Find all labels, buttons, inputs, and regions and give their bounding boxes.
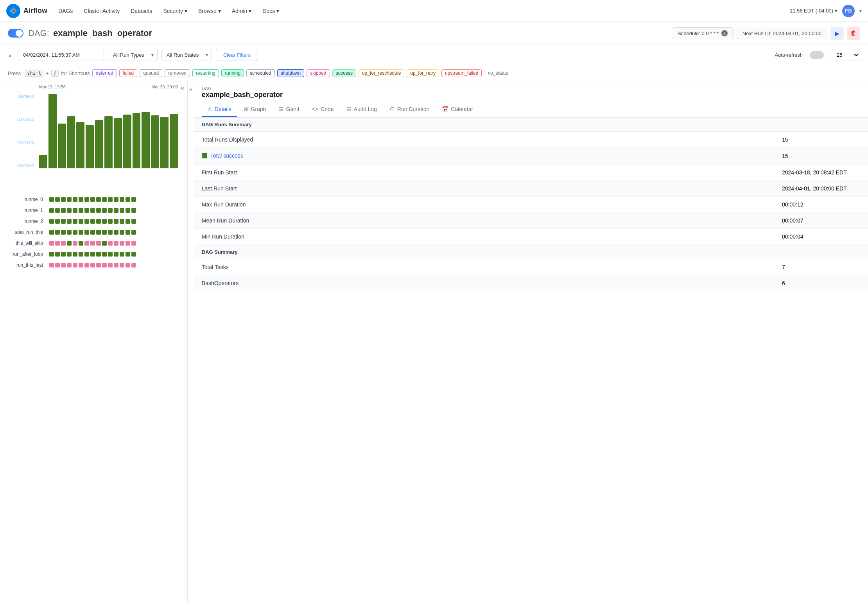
task-cell[interactable] bbox=[131, 208, 136, 213]
nav-security[interactable]: Security ▾ bbox=[158, 5, 192, 17]
task-cell[interactable] bbox=[96, 208, 101, 213]
task-cell[interactable] bbox=[126, 263, 130, 267]
logo[interactable]: Airflow bbox=[6, 4, 47, 18]
schedule-badge[interactable]: Schedule: 0 0 * * * i bbox=[672, 27, 733, 39]
task-cell[interactable] bbox=[73, 241, 77, 246]
nav-browse[interactable]: Browse ▾ bbox=[194, 5, 226, 17]
play-button[interactable]: ▶ bbox=[830, 27, 844, 40]
delete-button[interactable]: 🗑 bbox=[847, 27, 860, 40]
task-cell[interactable] bbox=[102, 219, 107, 224]
nav-dags[interactable]: DAGs bbox=[54, 5, 77, 17]
tab-code[interactable]: <> Code bbox=[307, 102, 339, 117]
task-cell[interactable] bbox=[120, 252, 124, 257]
chart-collapse-button[interactable]: « bbox=[181, 84, 184, 92]
task-cell[interactable] bbox=[67, 219, 72, 224]
task-cell[interactable] bbox=[108, 241, 113, 246]
tab-run-duration[interactable]: ⏱ Run Duration bbox=[384, 102, 435, 117]
autorefresh-toggle[interactable] bbox=[810, 51, 824, 59]
task-cell[interactable] bbox=[84, 219, 89, 224]
tag-up-for-reschedule[interactable]: up_for_reschedule bbox=[359, 69, 404, 77]
task-cell[interactable] bbox=[84, 230, 89, 235]
task-cell[interactable] bbox=[49, 241, 54, 246]
task-cell[interactable] bbox=[90, 263, 95, 267]
task-cell[interactable] bbox=[90, 197, 95, 202]
tag-removed[interactable]: removed bbox=[165, 69, 190, 77]
collapse-icon[interactable]: ▲ bbox=[8, 52, 13, 58]
task-cell[interactable] bbox=[126, 219, 130, 224]
tag-success[interactable]: success bbox=[332, 69, 356, 77]
task-cell[interactable] bbox=[96, 241, 101, 246]
task-cell[interactable] bbox=[79, 219, 83, 224]
task-cell[interactable] bbox=[79, 208, 83, 213]
tag-skipped[interactable]: skipped bbox=[307, 69, 330, 77]
tag-upstream-failed[interactable]: upstream_failed bbox=[441, 69, 482, 77]
task-cell[interactable] bbox=[73, 197, 77, 202]
task-cell[interactable] bbox=[79, 263, 83, 267]
task-cell[interactable] bbox=[96, 197, 101, 202]
tag-queued[interactable]: queued bbox=[140, 69, 162, 77]
nav-admin[interactable]: Admin ▾ bbox=[227, 5, 256, 17]
task-cell[interactable] bbox=[49, 230, 54, 235]
task-cell[interactable] bbox=[90, 252, 95, 257]
task-cell[interactable] bbox=[61, 219, 66, 224]
task-cell[interactable] bbox=[120, 241, 124, 246]
task-cell[interactable] bbox=[55, 197, 60, 202]
task-cell[interactable] bbox=[49, 219, 54, 224]
clear-filters-button[interactable]: Clear Filters bbox=[216, 49, 258, 61]
task-cell[interactable] bbox=[102, 197, 107, 202]
date-filter-input[interactable] bbox=[18, 49, 104, 61]
task-cell[interactable] bbox=[55, 252, 60, 257]
task-cell[interactable] bbox=[114, 241, 118, 246]
task-cell[interactable] bbox=[126, 197, 130, 202]
task-cell[interactable] bbox=[114, 208, 118, 213]
task-cell[interactable] bbox=[73, 252, 77, 257]
task-cell[interactable] bbox=[61, 263, 66, 267]
task-cell[interactable] bbox=[55, 208, 60, 213]
task-cell[interactable] bbox=[126, 208, 130, 213]
task-cell[interactable] bbox=[67, 230, 72, 235]
task-cell[interactable] bbox=[96, 230, 101, 235]
task-cell[interactable] bbox=[55, 219, 60, 224]
task-cell[interactable] bbox=[84, 208, 89, 213]
task-cell[interactable] bbox=[108, 208, 113, 213]
task-cell[interactable] bbox=[90, 219, 95, 224]
task-cell[interactable] bbox=[79, 230, 83, 235]
task-cell[interactable] bbox=[131, 252, 136, 257]
task-cell[interactable] bbox=[102, 252, 107, 257]
task-cell[interactable] bbox=[131, 197, 136, 202]
task-cell[interactable] bbox=[131, 263, 136, 267]
task-cell[interactable] bbox=[84, 197, 89, 202]
task-cell[interactable] bbox=[102, 208, 107, 213]
task-cell[interactable] bbox=[131, 219, 136, 224]
task-cell[interactable] bbox=[79, 197, 83, 202]
task-cell[interactable] bbox=[102, 230, 107, 235]
tab-calendar[interactable]: 📅 Calendar bbox=[436, 102, 479, 117]
task-cell[interactable] bbox=[67, 197, 72, 202]
task-cell[interactable] bbox=[90, 241, 95, 246]
task-cell[interactable] bbox=[55, 241, 60, 246]
tag-no-status[interactable]: no_status bbox=[484, 69, 511, 77]
tag-deferred[interactable]: deferred bbox=[92, 69, 117, 77]
task-cell[interactable] bbox=[126, 241, 130, 246]
task-cell[interactable] bbox=[126, 252, 130, 257]
user-avatar[interactable]: FB bbox=[842, 5, 855, 17]
task-cell[interactable] bbox=[49, 197, 54, 202]
task-cell[interactable] bbox=[120, 263, 124, 267]
task-cell[interactable] bbox=[73, 263, 77, 267]
task-cell[interactable] bbox=[96, 263, 101, 267]
task-cell[interactable] bbox=[55, 230, 60, 235]
task-cell[interactable] bbox=[114, 263, 118, 267]
task-cell[interactable] bbox=[67, 252, 72, 257]
task-cell[interactable] bbox=[79, 252, 83, 257]
task-cell[interactable] bbox=[73, 219, 77, 224]
task-cell[interactable] bbox=[114, 197, 118, 202]
task-cell[interactable] bbox=[131, 230, 136, 235]
task-cell[interactable] bbox=[120, 197, 124, 202]
task-cell[interactable] bbox=[55, 263, 60, 267]
tag-up-for-retry[interactable]: up_for_retry bbox=[407, 69, 439, 77]
nav-datasets[interactable]: Datasets bbox=[126, 5, 157, 17]
page-size-select[interactable]: 25 bbox=[831, 49, 860, 61]
task-cell[interactable] bbox=[84, 241, 89, 246]
task-cell[interactable] bbox=[49, 252, 54, 257]
task-cell[interactable] bbox=[108, 230, 113, 235]
